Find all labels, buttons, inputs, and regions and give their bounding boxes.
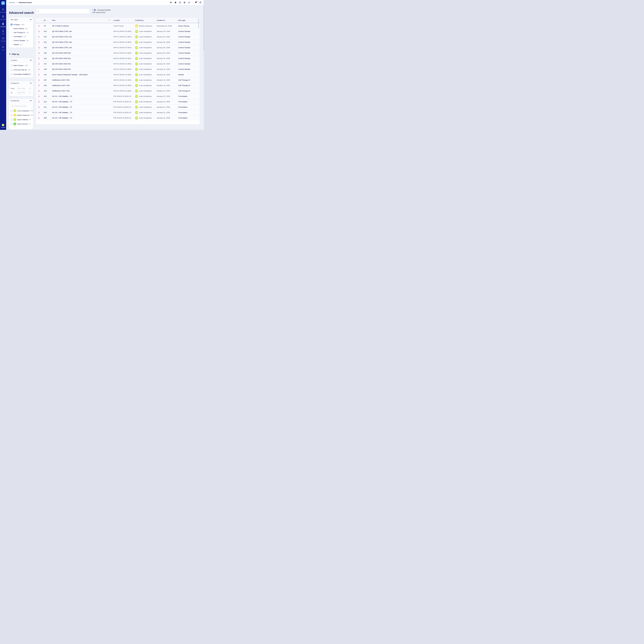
from-date-field[interactable] — [16, 87, 32, 90]
radio-unselected[interactable] — [11, 44, 12, 45]
bookmark-icon[interactable] — [36, 34, 42, 39]
checkbox[interactable] — [11, 123, 12, 125]
sidebar-item-notebook[interactable]: Notebook — [0, 14, 6, 21]
sidebar-item-account[interactable]: LH Account — [1, 124, 5, 128]
item-type-option[interactable]: Donor Plasma(81) — [11, 27, 32, 31]
sidebar-item-core[interactable]: Core — [0, 29, 6, 36]
bell-icon[interactable] — [195, 1, 197, 4]
sidebar-item-analytics[interactable]: Analytics — [0, 36, 6, 43]
table-row[interactable]: 319QC-HIV-HIGH-2025-001VAP-01-RACK-01-BO… — [36, 50, 200, 56]
grouping-toggle[interactable] — [92, 9, 96, 11]
apps-grid-icon[interactable] — [188, 1, 190, 4]
location-option[interactable]: CTR-LN2-VAP-01(93) — [11, 68, 32, 72]
sidebar-item-dashboard[interactable]: Dashboard — [0, 7, 6, 14]
bookmark-icon[interactable] — [36, 83, 42, 88]
collapse-icon[interactable] — [30, 100, 32, 101]
window-scrollbar-thumb[interactable] — [203, 5, 204, 50]
radio-unselected[interactable] — [11, 32, 12, 33]
bookmark-icon[interactable] — [36, 115, 42, 121]
researcher-option[interactable]: LHLuke Humphries(203) — [11, 109, 32, 113]
table-row[interactable]: 315CellReGen-CAR-T-001VAP-01-RACK-01-BOX… — [36, 83, 200, 88]
table-row[interactable]: 312HA 2% + B5 Stability – T3FSF-RACK-01-… — [36, 99, 200, 104]
col-location[interactable]: Location — [112, 18, 133, 23]
location-option[interactable]: Formulation Stability Fr...(72) — [11, 72, 32, 76]
checkbox[interactable] — [11, 65, 12, 66]
table-row[interactable]: 310HA 2% + B5 Stability – T3FSF-RACK-01-… — [36, 110, 200, 115]
help-icon[interactable] — [199, 1, 201, 4]
bookmark-icon[interactable] — [36, 67, 42, 72]
checkbox[interactable] — [11, 110, 12, 112]
bookmark-icon[interactable] — [36, 99, 42, 104]
app-logo[interactable]: H — [1, 1, 5, 5]
table-row[interactable]: 313HA 2% + B5 Stability – T3FSF-RACK-01-… — [36, 94, 200, 99]
to-date-input[interactable] — [17, 92, 28, 94]
table-row[interactable]: 317QC-HIV-HIGH-2025-001VAP-01-RACK-01-BO… — [36, 61, 200, 66]
sort-icon-id[interactable] — [46, 20, 47, 21]
bookmark-icon[interactable] — [36, 94, 42, 99]
to-date-field[interactable] — [16, 91, 32, 95]
main-search[interactable] — [36, 9, 90, 14]
researcher-search[interactable] — [11, 104, 32, 108]
item-type-option[interactable]: Control Sample(24) — [11, 39, 32, 43]
barcode-icon[interactable] — [170, 1, 172, 4]
table-row[interactable]: 78DP-TYO5572-250110Fresh FrozenRARobert … — [36, 23, 200, 29]
breadcrumb-freezers[interactable]: Freezers — [9, 2, 15, 3]
researcher-search-input[interactable] — [14, 105, 33, 107]
bookmark-icon[interactable] — [36, 88, 42, 94]
location-option[interactable]: Main Freezer(100) — [11, 63, 32, 68]
checkbox[interactable] — [11, 69, 12, 71]
table-row[interactable]: 316QC-HIV-HIGH-2025-001VAP-01-RACK-01-BO… — [36, 66, 200, 72]
bookmark-icon[interactable] — [179, 1, 181, 4]
bookmark-icon[interactable] — [36, 56, 42, 61]
col-id[interactable]: ID — [42, 18, 50, 23]
table-row[interactable]: 318QC-HIV-HIGH-2025-001VAP-01-RACK-01-BO… — [36, 56, 200, 61]
collapse-icon[interactable] — [30, 60, 32, 60]
collapse-icon[interactable] — [30, 83, 32, 83]
researcher-option[interactable]: RARobert Anderson(52) — [11, 113, 32, 117]
bookmark-icon[interactable] — [36, 29, 42, 34]
sidebar-item-inventory[interactable]: Inventory — [0, 21, 6, 29]
window-scrollbar[interactable] — [203, 0, 204, 130]
table-scrollbar[interactable] — [198, 18, 199, 28]
col-item-type[interactable]: Item type — [176, 18, 200, 23]
item-type-option[interactable]: Default(13) — [11, 43, 32, 46]
table-row[interactable]: 322QC-HCV-NEG-CTRL-14AVAP-01-RACK-01-BOX… — [36, 34, 200, 39]
gear-icon[interactable] — [183, 1, 186, 4]
bookmark-icon[interactable] — [36, 72, 42, 77]
bookmark-icon[interactable] — [36, 110, 42, 115]
table-row[interactable]: 314CellReGen-CAR-T-001VAP-01-RACK-01-BOX… — [36, 88, 200, 94]
radio-unselected[interactable] — [11, 28, 12, 29]
item-type-option[interactable]: Cell Therapy Pr(75) — [11, 31, 32, 35]
item-type-option[interactable]: All types(265) — [11, 23, 32, 27]
bookmark-icon[interactable] — [36, 40, 42, 45]
col-item[interactable]: Item — [50, 18, 112, 23]
checkbox[interactable] — [11, 119, 12, 121]
col-created-on[interactable]: Created on — [155, 18, 176, 23]
table-row[interactable]: 321QC-HCV-NEG-CTRL-14AVAP-01-RACK-01-BOX… — [36, 39, 200, 45]
sidebar-item-add[interactable]: Add — [0, 45, 6, 52]
checkbox[interactable] — [11, 73, 12, 75]
researcher-option[interactable]: ATAmari Tomomi(2) — [11, 122, 32, 126]
table-row[interactable]: 231Donor Plasma Retention Sample – SEA B… — [36, 72, 200, 77]
table-row[interactable]: 323QC-HCV-NEG-CTRL-14AVAP-01-RACK-01-BOX… — [36, 29, 200, 34]
bookmark-icon[interactable] — [36, 104, 42, 110]
collapse-icon[interactable] — [30, 19, 32, 20]
search-input[interactable] — [40, 10, 88, 12]
radio-unselected[interactable] — [11, 40, 12, 41]
table-row[interactable]: 311HA 2% + B5 Stability – T3FSF-RACK-01-… — [36, 104, 200, 110]
researcher-option[interactable]: ASAyana Shibata(8) — [11, 117, 32, 122]
item-type-option[interactable]: Formulation(72) — [11, 35, 32, 39]
bookmark-icon[interactable] — [36, 61, 42, 66]
cube-icon[interactable] — [174, 1, 177, 4]
bookmark-icon[interactable] — [36, 50, 42, 56]
table-row[interactable]: 309HA 2% + B5 Stability – T3FSF-RACK-01-… — [36, 115, 200, 121]
radio-selected[interactable] — [11, 24, 12, 26]
sort-icon-item[interactable] — [109, 20, 109, 21]
table-row[interactable]: 320QC-HCV-NEG-CTRL-14AVAP-01-RACK-01-BOX… — [36, 45, 200, 50]
table-row[interactable]: 157CellReGen-CAR-T-001VAP-01-RACK-01-BOX… — [36, 77, 200, 83]
bookmark-icon[interactable] — [36, 77, 42, 83]
checkbox[interactable] — [11, 114, 12, 116]
from-date-input[interactable] — [17, 87, 28, 89]
bookmark-icon[interactable] — [36, 23, 42, 29]
col-created-by[interactable]: Created by — [133, 18, 155, 23]
